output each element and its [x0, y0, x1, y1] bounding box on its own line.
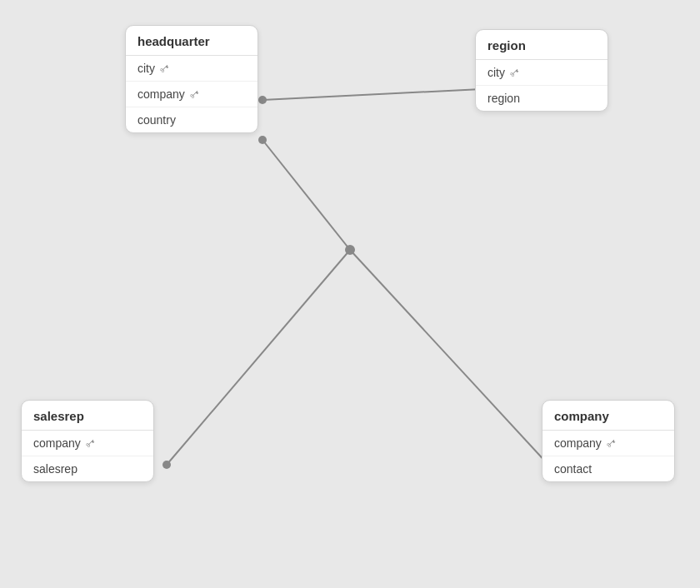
company-company-label: company: [554, 436, 602, 450]
svg-line-2: [167, 250, 350, 465]
svg-line-0: [262, 89, 482, 100]
salesrep-title: salesrep: [22, 401, 153, 431]
svg-line-3: [350, 250, 548, 465]
svg-line-1: [262, 140, 350, 250]
region-region-label: region: [488, 92, 520, 105]
company-title: company: [542, 401, 674, 431]
salesrep-salesrep-label: salesrep: [33, 462, 78, 476]
diagram-container: headquarter city 🗝 company 🗝 country reg…: [0, 0, 700, 588]
region-region-row: region: [476, 86, 608, 111]
salesrep-company-label: company: [33, 436, 81, 450]
table-headquarter: headquarter city 🗝 company 🗝 country: [125, 25, 258, 133]
svg-point-7: [345, 245, 355, 255]
headquarter-country-label: country: [138, 113, 176, 127]
headquarter-title: headquarter: [126, 26, 258, 56]
headquarter-company-key-icon: 🗝: [187, 87, 202, 102]
headquarter-company-label: company: [138, 87, 185, 101]
headquarter-city-row: city 🗝: [126, 56, 258, 82]
salesrep-company-key-icon: 🗝: [82, 436, 98, 451]
company-contact-label: contact: [554, 462, 592, 476]
company-company-row: company 🗝: [542, 431, 674, 456]
company-contact-row: contact: [542, 456, 674, 481]
region-city-label: city: [488, 66, 505, 79]
region-city-key-icon: 🗝: [507, 65, 522, 80]
region-title: region: [476, 30, 608, 60]
svg-point-4: [258, 96, 267, 104]
headquarter-company-row: company 🗝: [126, 82, 258, 107]
headquarter-city-label: city: [138, 62, 155, 75]
company-company-key-icon: 🗝: [603, 436, 618, 451]
salesrep-salesrep-row: salesrep: [22, 456, 153, 481]
svg-point-8: [162, 461, 171, 469]
table-region: region city 🗝 region: [475, 29, 608, 112]
svg-point-6: [258, 136, 267, 144]
salesrep-company-row: company 🗝: [22, 431, 153, 456]
headquarter-country-row: country: [126, 107, 258, 132]
headquarter-city-key-icon: 🗝: [157, 61, 172, 76]
table-salesrep: salesrep company 🗝 salesrep: [21, 400, 154, 482]
table-company: company company 🗝 contact: [542, 400, 675, 482]
region-city-row: city 🗝: [476, 60, 608, 86]
